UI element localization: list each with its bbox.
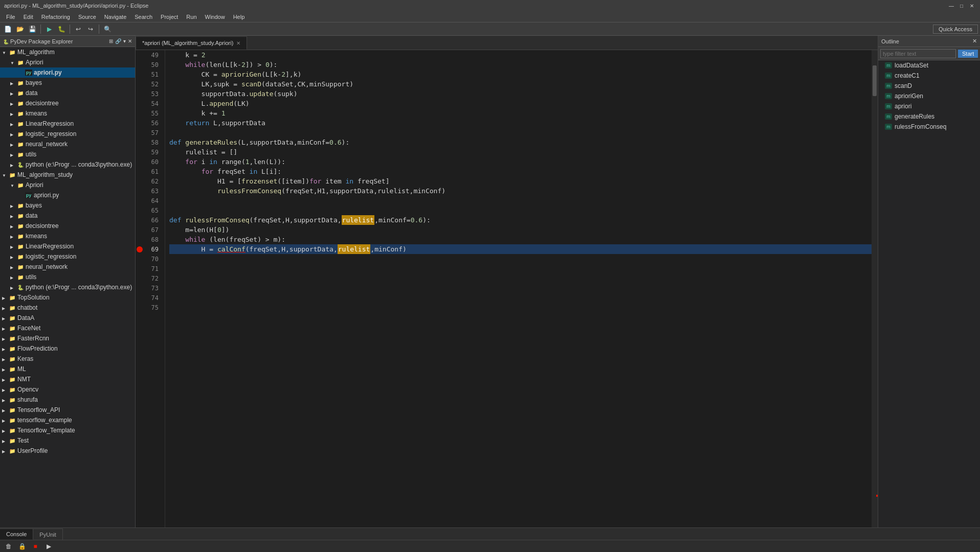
outline-item-aprioriGen[interactable]: maprioriGen xyxy=(878,91,980,101)
scroll-lock-button[interactable]: 🔒 xyxy=(16,541,28,552)
breakpoint-slot-71[interactable] xyxy=(136,264,144,273)
outline-item-loadDataSet[interactable]: mloadDataSet xyxy=(878,60,980,71)
menu-item-refactoring[interactable]: Refactoring xyxy=(37,13,74,21)
outline-start-button[interactable]: Start xyxy=(958,50,978,58)
undo-button[interactable]: ↩ xyxy=(73,24,84,35)
breakpoint-slot-68[interactable] xyxy=(136,235,144,244)
tree-item-utils[interactable]: 📁utils xyxy=(0,149,135,159)
menu-item-navigate[interactable]: Navigate xyxy=(100,13,130,21)
outline-item-createC1[interactable]: mcreateC1 xyxy=(878,71,980,81)
breakpoint-slot-72[interactable] xyxy=(136,273,144,283)
breakpoint-slot-69[interactable] xyxy=(136,244,144,254)
breakpoint-slot-58[interactable] xyxy=(136,137,144,147)
code-content[interactable]: k = 2 while(len(L[k-2]) > 0): CK = aprio… xyxy=(165,50,872,527)
tree-item-FaceNet[interactable]: 📁FaceNet xyxy=(0,323,135,333)
tree-item-neural-network[interactable]: 📁neural_network xyxy=(0,139,135,149)
tree-item-ML-algorithm-study[interactable]: 📁ML_algorithm_study xyxy=(0,170,135,180)
tree-item-Test[interactable]: 📁Test xyxy=(0,435,135,446)
tree-item-ML-algorithm[interactable]: 📁ML_algorithm xyxy=(0,47,135,57)
breakpoint-slot-65[interactable] xyxy=(136,205,144,215)
explorer-close-button[interactable]: ✕ xyxy=(128,38,132,44)
breakpoint-slot-62[interactable] xyxy=(136,176,144,186)
breakpoint-slot-73[interactable] xyxy=(136,283,144,293)
tree-item-Tensorflow-Template[interactable]: 📁Tensorflow_Template xyxy=(0,425,135,435)
tree-item-Apriori[interactable]: 📁Apriori xyxy=(0,180,135,190)
tree-item-Apriori[interactable]: 📁Apriori xyxy=(0,57,135,67)
menu-item-project[interactable]: Project xyxy=(157,13,182,21)
tree-item-LinearRegression[interactable]: 📁LinearRegression xyxy=(0,241,135,251)
debug-button[interactable]: 🐛 xyxy=(56,24,67,35)
outline-item-generateRules[interactable]: mgenerateRules xyxy=(878,111,980,122)
tree-item-DataA[interactable]: 📁DataA xyxy=(0,313,135,323)
active-editor-tab[interactable]: *apriori (ML_algorithm_study.Apriori) ✕ xyxy=(136,36,247,50)
search-button[interactable]: 🔍 xyxy=(102,24,113,35)
menu-item-help[interactable]: Help xyxy=(229,13,249,21)
breakpoint-slot-55[interactable] xyxy=(136,108,144,118)
tree-item-NMT[interactable]: 📁NMT xyxy=(0,374,135,384)
open-button[interactable]: 📂 xyxy=(14,24,26,35)
tree-item-data[interactable]: 📁data xyxy=(0,88,135,98)
explorer-menu-button[interactable]: ▾ xyxy=(123,38,126,44)
tree-item-LinearRegression[interactable]: 📁LinearRegression xyxy=(0,119,135,129)
breakpoint-slot-50[interactable] xyxy=(136,60,144,70)
outline-close-button[interactable]: ✕ xyxy=(972,38,977,44)
breakpoint-slot-51[interactable] xyxy=(136,70,144,79)
outline-item-scanD[interactable]: mscanD xyxy=(878,81,980,91)
breakpoint-slot-67[interactable] xyxy=(136,225,144,235)
tree-item-UserProfile[interactable]: 📁UserProfile xyxy=(0,446,135,456)
menu-item-edit[interactable]: Edit xyxy=(19,13,37,21)
tree-item-apriori-py[interactable]: pyapriori.py xyxy=(0,190,135,200)
scroll-thumb[interactable] xyxy=(873,65,877,96)
link-editor-button[interactable]: 🔗 xyxy=(115,38,121,44)
tree-item-decisiontree[interactable]: 📁decisiontree xyxy=(0,221,135,231)
terminate-button[interactable]: ■ xyxy=(30,541,41,552)
tree-item-decisiontree[interactable]: 📁decisiontree xyxy=(0,98,135,108)
tree-item-apriori-py[interactable]: pyapriori.py xyxy=(0,67,135,78)
redo-button[interactable]: ↪ xyxy=(85,24,96,35)
outline-item-apriori[interactable]: mapriori xyxy=(878,101,980,111)
breakpoint-slot-49[interactable] xyxy=(136,50,144,60)
minimize-button[interactable]: — xyxy=(947,2,955,10)
breakpoint-slot-54[interactable] xyxy=(136,99,144,108)
breakpoint-slot-74[interactable] xyxy=(136,293,144,303)
breakpoint-slot-63[interactable] xyxy=(136,186,144,196)
tree-item-logistic-regression[interactable]: 📁logistic_regression xyxy=(0,251,135,262)
bottom-tab-console[interactable]: Console xyxy=(0,528,33,540)
tree-item-bayes[interactable]: 📁bayes xyxy=(0,200,135,211)
tree-item-logistic-regression[interactable]: 📁logistic_regression xyxy=(0,129,135,139)
tree-item-FasterRcnn[interactable]: 📁FasterRcnn xyxy=(0,333,135,343)
tree-item-python--e--Progr-----conda3-python-exe-[interactable]: 🐍python (e:\Progr ... conda3\python.exe) xyxy=(0,282,135,292)
menu-item-run[interactable]: Run xyxy=(182,13,201,21)
tree-item-Keras[interactable]: 📁Keras xyxy=(0,354,135,364)
breakpoint-slot-53[interactable] xyxy=(136,89,144,99)
tree-item-tensorflow-example[interactable]: 📁tensorflow_example xyxy=(0,415,135,425)
breakpoint-slot-60[interactable] xyxy=(136,157,144,167)
tree-item-python--e--Progr-----conda3-python-exe-[interactable]: 🐍python (e:\Progr ... conda3\python.exe) xyxy=(0,159,135,170)
tree-item-Tensorflow-API[interactable]: 📁Tensorflow_API xyxy=(0,405,135,415)
breakpoint-slot-75[interactable] xyxy=(136,303,144,312)
breakpoint-slot-52[interactable] xyxy=(136,79,144,89)
run-button[interactable]: ▶ xyxy=(43,24,55,35)
breakpoint-slot-57[interactable] xyxy=(136,128,144,137)
outline-filter-input[interactable] xyxy=(880,49,956,58)
relaunch-button[interactable]: ▶ xyxy=(43,541,54,552)
tree-item-utils[interactable]: 📁utils xyxy=(0,272,135,282)
menu-item-file[interactable]: File xyxy=(2,13,19,21)
clear-console-button[interactable]: 🗑 xyxy=(3,541,14,552)
tab-close-button[interactable]: ✕ xyxy=(236,40,240,46)
menu-item-search[interactable]: Search xyxy=(130,13,157,21)
quick-access-button[interactable]: Quick Access xyxy=(933,25,978,34)
tree-item-kmeans[interactable]: 📁kmeans xyxy=(0,108,135,119)
tree-item-Opencv[interactable]: 📁Opencv xyxy=(0,384,135,395)
breakpoint-slot-70[interactable] xyxy=(136,254,144,264)
new-button[interactable]: 📄 xyxy=(2,24,13,35)
save-button[interactable]: 💾 xyxy=(27,24,38,35)
breakpoint-slot-59[interactable] xyxy=(136,147,144,157)
tree-item-ML[interactable]: 📁ML xyxy=(0,364,135,374)
tree-item-FlowPrediction[interactable]: 📁FlowPrediction xyxy=(0,343,135,354)
breakpoint-slot-56[interactable] xyxy=(136,118,144,128)
breakpoint-slot-64[interactable] xyxy=(136,196,144,205)
bottom-tab-pyunit[interactable]: PyUnit xyxy=(33,528,62,540)
tree-item-data[interactable]: 📁data xyxy=(0,211,135,221)
breakpoint-slot-61[interactable] xyxy=(136,167,144,176)
